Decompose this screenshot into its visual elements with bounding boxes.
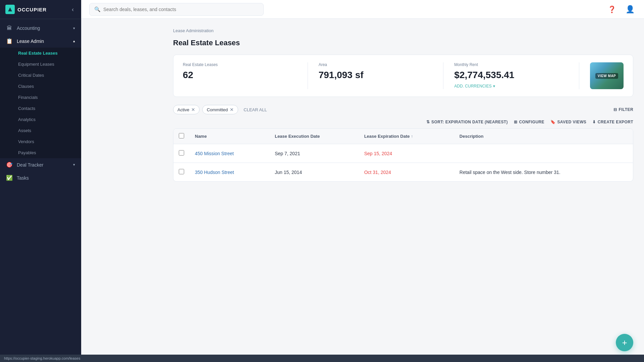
user-button[interactable]: 👤 <box>624 3 636 15</box>
stat-leases-value: 62 <box>183 70 297 80</box>
sidebar-item-tasks[interactable]: ✅ Tasks <box>0 171 81 184</box>
filter-button-label: FILTER <box>619 107 633 112</box>
expiration-sort-icon: ↑ <box>411 134 413 139</box>
saved-views-button-label: SAVED VIEWS <box>557 120 586 124</box>
sidebar-item-accounting[interactable]: 🏛 Accounting ▾ <box>0 22 81 35</box>
sidebar-collapse-button[interactable]: ‹ <box>70 5 76 14</box>
stat-leases: Real Estate Leases 62 <box>183 62 308 89</box>
row2-expiration-date: Oct 31, 2024 <box>359 163 454 182</box>
row1-checkbox-cell <box>173 144 190 163</box>
sidebar-item-real-estate-leases[interactable]: Real Estate Leases <box>0 48 81 59</box>
col-expiration-date[interactable]: Lease Expiration Date ↑ <box>359 129 454 144</box>
statusbar: https://occupier-staging.herokuapp.com/l… <box>0 355 644 362</box>
filter-tag-committed: Committed ✕ <box>202 105 238 114</box>
filter-button[interactable]: ⊟ FILTER <box>613 107 633 112</box>
sidebar-item-financials[interactable]: Financials <box>0 92 81 103</box>
sidebar-item-tasks-label: Tasks <box>17 175 75 181</box>
deal-tracker-icon: 🎯 <box>6 162 13 168</box>
app-name: OCCUPIER <box>17 7 47 12</box>
help-icon: ❓ <box>608 5 616 13</box>
select-all-col <box>173 129 190 144</box>
row2-name[interactable]: 350 Hudson Street <box>190 163 269 182</box>
sort-icon: ⇅ <box>426 120 430 124</box>
main-content: Lease Administration Real Estate Leases … <box>162 19 644 362</box>
sidebar-item-clauses[interactable]: Clauses <box>0 81 81 92</box>
row2-checkbox[interactable] <box>179 169 184 174</box>
table-row: 450 Mission Street Sep 7, 2021 Sep 15, 2… <box>173 144 633 163</box>
create-export-button[interactable]: ⬇ CREATE EXPORT <box>592 120 633 124</box>
filter-active-remove-button[interactable]: ✕ <box>191 107 195 112</box>
stat-monthly-rent-value: $2,774,535.41 <box>454 70 568 80</box>
sidebar-item-lease-admin[interactable]: 📋 Lease Admin ▴ <box>0 35 81 48</box>
stat-monthly-rent: Monthly Rent $2,774,535.41 ADD. CURRENCI… <box>454 62 579 89</box>
table-row: 350 Hudson Street Jun 15, 2014 Oct 31, 2… <box>173 163 633 182</box>
col-name[interactable]: Name <box>190 129 269 144</box>
sidebar-item-lease-admin-label: Lease Admin <box>17 39 69 44</box>
col-description: Description <box>454 129 633 144</box>
sidebar-header: OCCUPIER ‹ <box>0 0 81 19</box>
sort-button-label: SORT: EXPIRATION DATE (NEAREST) <box>431 120 508 124</box>
breadcrumb: Lease Administration <box>173 28 633 33</box>
add-currencies-button[interactable]: ADD. CURRENCIES ▾ <box>454 84 568 88</box>
sidebar-item-vendors[interactable]: Vendors <box>0 136 81 147</box>
fab-add-button[interactable]: + <box>616 334 633 351</box>
row2-execution-date: Jun 15, 2014 <box>269 163 359 182</box>
row1-execution-date: Sep 7, 2021 <box>269 144 359 163</box>
sidebar-item-equipment-leases[interactable]: Equipment Leases <box>0 59 81 70</box>
sidebar-item-accounting-label: Accounting <box>17 25 69 31</box>
saved-views-icon: 🔖 <box>550 120 555 124</box>
accounting-arrow-icon: ▾ <box>73 26 75 31</box>
deal-tracker-arrow-icon: ▾ <box>73 163 75 167</box>
sidebar-item-deal-tracker-label: Deal Tracker <box>17 162 69 168</box>
filter-active-label: Active <box>177 107 189 112</box>
sidebar-item-critical-dates[interactable]: Critical Dates <box>0 70 81 81</box>
sidebar-item-contacts[interactable]: Contacts <box>0 103 81 114</box>
row2-description: Retail space on the West side. Store num… <box>454 163 633 182</box>
row1-checkbox[interactable] <box>179 150 184 156</box>
configure-button[interactable]: ⊞ CONFIGURE <box>514 120 544 124</box>
stats-card: Real Estate Leases 62 Area 791,093 sf Mo… <box>173 55 633 97</box>
tasks-icon: ✅ <box>6 175 13 181</box>
row2-checkbox-cell <box>173 163 190 182</box>
help-button[interactable]: ❓ <box>606 3 618 15</box>
col-execution-date[interactable]: Lease Execution Date <box>269 129 359 144</box>
saved-views-button[interactable]: 🔖 SAVED VIEWS <box>550 120 586 124</box>
table-header-row: Name Lease Execution Date Lease Expirati… <box>173 129 633 144</box>
topbar: 🔍 ❓ 👤 <box>81 0 644 19</box>
row1-expiration-date: Sep 15, 2024 <box>359 144 454 163</box>
configure-button-label: CONFIGURE <box>519 120 544 124</box>
filter-tag-active: Active ✕ <box>173 105 200 114</box>
sort-button[interactable]: ⇅ SORT: EXPIRATION DATE (NEAREST) <box>426 120 508 124</box>
toolbar-row: ⇅ SORT: EXPIRATION DATE (NEAREST) ⊞ CONF… <box>173 120 633 124</box>
search-input[interactable] <box>103 7 259 12</box>
filter-committed-label: Committed <box>207 107 228 112</box>
sidebar-item-assets[interactable]: Assets <box>0 125 81 136</box>
lease-admin-arrow-icon: ▴ <box>73 39 75 43</box>
sidebar-item-deal-tracker[interactable]: 🎯 Deal Tracker ▾ <box>0 158 81 171</box>
filter-icon: ⊟ <box>613 107 617 112</box>
sidebar: OCCUPIER ‹ 🏛 Accounting ▾ 📋 Lease Admin … <box>0 0 81 362</box>
user-icon: 👤 <box>626 5 635 14</box>
export-icon: ⬇ <box>592 120 596 124</box>
select-all-checkbox[interactable] <box>179 133 184 138</box>
stat-area-value: 791,093 sf <box>319 70 433 80</box>
search-bar[interactable]: 🔍 <box>89 3 264 16</box>
map-thumbnail[interactable]: VIEW MAP <box>590 62 624 89</box>
stat-monthly-rent-label: Monthly Rent <box>454 62 568 67</box>
page-title: Real Estate Leases <box>173 39 633 47</box>
clear-all-button[interactable]: CLEAR ALL <box>241 106 269 114</box>
sidebar-nav: 🏛 Accounting ▾ 📋 Lease Admin ▴ Real Esta… <box>0 19 81 362</box>
chevron-down-icon: ▾ <box>493 84 495 88</box>
filter-committed-remove-button[interactable]: ✕ <box>230 107 234 112</box>
stat-area-label: Area <box>319 62 433 67</box>
stat-leases-label: Real Estate Leases <box>183 62 297 67</box>
configure-icon: ⊞ <box>514 120 517 124</box>
row1-description <box>454 144 633 163</box>
topbar-right: ❓ 👤 <box>606 3 636 15</box>
lease-table: Name Lease Execution Date Lease Expirati… <box>173 128 633 182</box>
lease-admin-icon: 📋 <box>6 38 13 44</box>
sidebar-item-analytics[interactable]: Analytics <box>0 114 81 125</box>
row1-name[interactable]: 450 Mission Street <box>190 144 269 163</box>
statusbar-url: https://occupier-staging.herokuapp.com/l… <box>4 356 80 360</box>
sidebar-item-payables[interactable]: Payables <box>0 147 81 158</box>
